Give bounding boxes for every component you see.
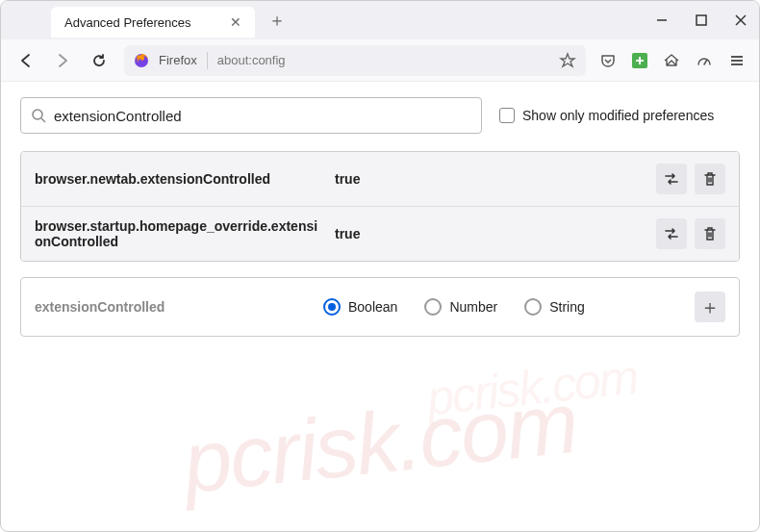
maximize-button[interactable] bbox=[696, 14, 707, 26]
radio-icon bbox=[524, 298, 542, 316]
radio-label: Boolean bbox=[348, 299, 397, 315]
pref-value: true bbox=[335, 171, 645, 187]
radio-string[interactable]: String bbox=[524, 298, 585, 316]
url-text: about:config bbox=[217, 53, 549, 67]
pref-name: browser.startup.homepage_override.extens… bbox=[35, 218, 323, 249]
window-titlebar: Advanced Preferences ✕ ＋ bbox=[1, 1, 759, 39]
toggle-button[interactable] bbox=[656, 164, 687, 194]
radio-number[interactable]: Number bbox=[424, 298, 497, 316]
radio-icon bbox=[424, 298, 442, 316]
watermark: pcrisk.com bbox=[179, 373, 582, 513]
new-tab-button[interactable]: ＋ bbox=[268, 9, 286, 32]
show-modified-checkbox-row[interactable]: Show only modified preferences bbox=[499, 108, 714, 123]
radio-label: String bbox=[549, 299, 585, 315]
url-bar[interactable]: Firefox about:config bbox=[124, 45, 586, 76]
search-box[interactable] bbox=[20, 97, 482, 134]
preferences-table: browser.newtab.extensionControlled true … bbox=[20, 151, 740, 262]
firefox-icon bbox=[134, 53, 149, 68]
search-icon bbox=[31, 108, 46, 123]
mail-icon[interactable] bbox=[663, 52, 680, 69]
url-separator bbox=[207, 52, 208, 69]
pref-name: browser.newtab.extensionControlled bbox=[35, 171, 323, 187]
radio-icon bbox=[323, 298, 341, 316]
forward-button[interactable] bbox=[51, 49, 74, 72]
watermark: pcrisk.com bbox=[424, 349, 640, 427]
add-preference-button[interactable]: ＋ bbox=[695, 291, 725, 322]
svg-line-10 bbox=[41, 118, 45, 122]
delete-button[interactable] bbox=[695, 218, 725, 249]
minimize-button[interactable] bbox=[655, 13, 669, 27]
bookmark-star-icon[interactable] bbox=[559, 52, 576, 69]
svg-point-9 bbox=[33, 110, 42, 119]
page-content: Show only modified preferences browser.n… bbox=[1, 82, 759, 531]
toolbar-icons bbox=[599, 52, 746, 69]
reload-button[interactable] bbox=[88, 49, 111, 72]
svg-rect-1 bbox=[697, 15, 706, 25]
search-input[interactable] bbox=[54, 108, 471, 124]
show-modified-label: Show only modified preferences bbox=[522, 108, 714, 123]
pref-row: browser.newtab.extensionControlled true bbox=[21, 152, 739, 206]
pref-actions bbox=[656, 164, 725, 194]
pref-value: true bbox=[335, 226, 645, 241]
pocket-icon[interactable] bbox=[599, 52, 617, 69]
browser-tab[interactable]: Advanced Preferences ✕ bbox=[51, 7, 255, 38]
browser-toolbar: Firefox about:config bbox=[1, 39, 759, 82]
pref-actions bbox=[656, 218, 725, 249]
extension-icon[interactable] bbox=[632, 53, 647, 68]
dashboard-icon[interactable] bbox=[696, 52, 713, 69]
pref-row: browser.startup.homepage_override.extens… bbox=[21, 206, 739, 261]
radio-label: Number bbox=[449, 299, 497, 315]
new-preference-row: extensionControlled Boolean Number Strin… bbox=[20, 277, 740, 337]
back-button[interactable] bbox=[14, 49, 38, 72]
delete-button[interactable] bbox=[695, 164, 725, 194]
close-tab-icon[interactable]: ✕ bbox=[230, 14, 241, 30]
tab-title: Advanced Preferences bbox=[64, 15, 191, 30]
radio-boolean[interactable]: Boolean bbox=[323, 298, 397, 316]
url-label: Firefox bbox=[159, 53, 197, 67]
show-modified-checkbox[interactable] bbox=[499, 108, 515, 123]
close-window-button[interactable] bbox=[734, 13, 747, 27]
type-options: Boolean Number String bbox=[323, 298, 675, 316]
menu-icon[interactable] bbox=[728, 52, 746, 69]
window-controls bbox=[655, 13, 747, 27]
toggle-button[interactable] bbox=[656, 218, 687, 249]
search-row: Show only modified preferences bbox=[20, 97, 740, 134]
new-pref-name: extensionControlled bbox=[35, 299, 304, 315]
